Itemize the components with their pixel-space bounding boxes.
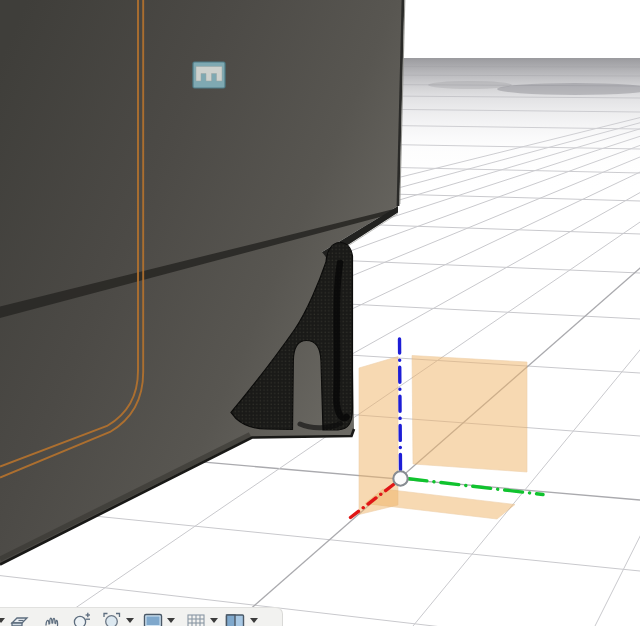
dropdown-caret-viewports[interactable]: [250, 618, 258, 623]
zoom-icon: [71, 610, 93, 626]
scene-svg: [0, 0, 640, 626]
dropdown-caret-orbit[interactable]: [0, 618, 5, 623]
origin-plane-yz[interactable]: [412, 356, 527, 473]
dropdown-caret-fit[interactable]: [126, 618, 134, 623]
viewport-3d[interactable]: [0, 0, 640, 626]
look-at-icon: [9, 610, 31, 626]
origin-point[interactable]: [393, 471, 407, 485]
pan-hand-icon: [41, 610, 63, 626]
viewports-icon: [224, 610, 246, 626]
fit-icon: [101, 610, 123, 626]
dropdown-caret-display[interactable]: [167, 618, 175, 623]
viewports-button[interactable]: [224, 610, 246, 626]
look-at-button[interactable]: [9, 610, 31, 626]
horizon-shadow-streak2: [428, 81, 512, 89]
dropdown-caret-grid[interactable]: [210, 618, 218, 623]
pan-button[interactable]: [41, 610, 63, 626]
grid-icon: [185, 610, 207, 626]
navigation-toolbar[interactable]: [0, 607, 283, 626]
joint-marker-glyph: [196, 67, 222, 82]
zoom-button[interactable]: [71, 610, 93, 626]
display-settings-icon: [142, 610, 164, 626]
joint-origin-marker[interactable]: [193, 62, 225, 88]
display-settings-button[interactable]: [142, 610, 164, 626]
fit-button[interactable]: [101, 610, 123, 626]
grid-and-snaps-button[interactable]: [185, 610, 207, 626]
